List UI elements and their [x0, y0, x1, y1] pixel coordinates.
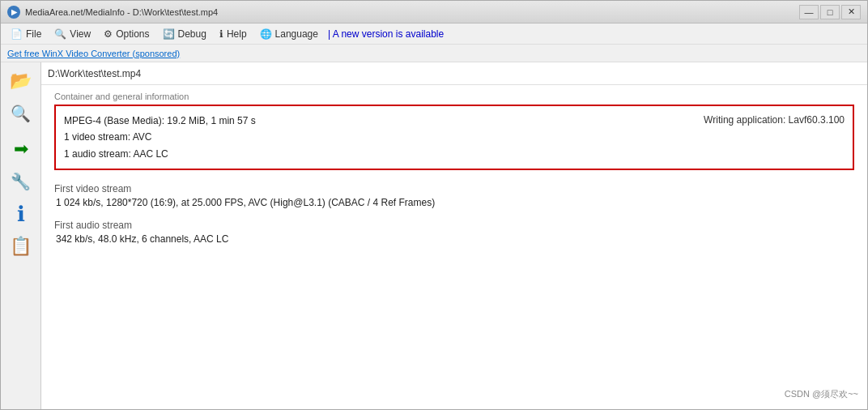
menu-file-label: File — [26, 28, 41, 40]
sponsored-bar: Get free WinX Video Converter (sponsored… — [1, 45, 867, 62]
menu-options-label: Options — [116, 28, 149, 40]
view-icon: 🔍 — [54, 28, 66, 40]
menu-help-label: Help — [227, 28, 247, 40]
container-info-row: MPEG-4 (Base Media): 19.2 MiB, 1 min 57 … — [64, 113, 845, 162]
help-icon: ℹ — [219, 28, 223, 40]
content-area: D:\Work\test\test.mp4 Container and gene… — [41, 62, 867, 409]
new-version-notice[interactable]: | A new version is available — [328, 28, 444, 40]
container-line1: MPEG-4 (Base Media): 19.2 MiB, 1 min 57 … — [64, 113, 256, 129]
search-button[interactable]: 🔍 — [5, 98, 37, 129]
container-info-left: MPEG-4 (Base Media): 19.2 MiB, 1 min 57 … — [64, 113, 256, 162]
path-bar: D:\Work\test\test.mp4 — [41, 62, 867, 85]
menu-view[interactable]: 🔍 View — [48, 23, 97, 44]
writing-app: Writing application: Lavf60.3.100 — [704, 113, 845, 126]
options-icon: ⚙ — [104, 28, 113, 40]
window-controls: — □ ✕ — [799, 5, 861, 19]
maximize-button[interactable]: □ — [820, 5, 840, 19]
audio-stream-label: First audio stream — [54, 220, 854, 231]
audio-stream-section: First audio stream 342 kb/s, 48.0 kHz, 6… — [54, 220, 854, 245]
export-icon: ➡ — [14, 139, 28, 160]
menu-file[interactable]: 📄 File — [4, 23, 48, 44]
audio-stream-value: 342 kb/s, 48.0 kHz, 6 channels, AAC LC — [54, 233, 854, 245]
window-title: MediaArea.net/MediaInfo - D:\Work\test\t… — [25, 7, 218, 17]
main-area: 📂 🔍 ➡ 🔧 ℹ 📋 D:\Work\test\test.mp4 — [1, 62, 867, 409]
file-path: D:\Work\test\test.mp4 — [48, 68, 141, 79]
menu-view-label: View — [70, 28, 91, 40]
info-content: Container and general information MPEG-4… — [41, 85, 867, 263]
left-toolbar: 📂 🔍 ➡ 🔧 ℹ 📋 — [1, 62, 41, 409]
video-stream-label: First video stream — [54, 183, 854, 194]
app-icon: ▶ — [7, 6, 20, 19]
menu-options[interactable]: ⚙ Options — [97, 23, 155, 44]
info-button[interactable]: ℹ — [5, 199, 37, 229]
close-button[interactable]: ✕ — [841, 5, 861, 19]
search-icon: 🔍 — [11, 104, 31, 123]
menu-debug[interactable]: 🔄 Debug — [156, 23, 213, 44]
video-stream-section: First video stream 1 024 kb/s, 1280*720 … — [54, 183, 854, 208]
docs-icon: 📋 — [10, 236, 32, 257]
debug-icon: 🔄 — [163, 28, 175, 40]
language-icon: 🌐 — [260, 28, 272, 40]
menu-bar: 📄 File 🔍 View ⚙ Options 🔄 Debug ℹ Help 🌐… — [1, 23, 867, 45]
settings-button[interactable]: 🔧 — [5, 166, 37, 197]
settings-icon: 🔧 — [11, 172, 31, 191]
video-stream-value: 1 024 kb/s, 1280*720 (16:9), at 25.000 F… — [54, 197, 854, 208]
container-info-box: MPEG-4 (Base Media): 19.2 MiB, 1 min 57 … — [54, 105, 854, 170]
main-window: ▶ MediaArea.net/MediaInfo - D:\Work\test… — [0, 0, 868, 410]
container-line2: 1 video stream: AVC — [64, 129, 256, 145]
menu-language[interactable]: 🌐 Language — [253, 23, 325, 44]
container-label: Container and general information — [54, 92, 854, 101]
menu-language-label: Language — [275, 28, 318, 40]
docs-button[interactable]: 📋 — [5, 231, 37, 262]
menu-debug-label: Debug — [178, 28, 206, 40]
file-icon: 📄 — [11, 28, 23, 40]
open-folder-button[interactable]: 📂 — [5, 66, 37, 96]
open-folder-icon: 📂 — [10, 70, 32, 92]
export-button[interactable]: ➡ — [5, 134, 37, 164]
minimize-button[interactable]: — — [799, 5, 819, 19]
container-line3: 1 audio stream: AAC LC — [64, 146, 256, 162]
title-bar-left: ▶ MediaArea.net/MediaInfo - D:\Work\test… — [7, 6, 218, 19]
title-bar: ▶ MediaArea.net/MediaInfo - D:\Work\test… — [1, 1, 867, 23]
watermark: CSDN @须尽欢~~ — [785, 388, 858, 400]
info-icon: ℹ — [17, 202, 25, 227]
sponsored-link[interactable]: Get free WinX Video Converter (sponsored… — [7, 49, 180, 58]
menu-help[interactable]: ℹ Help — [213, 23, 253, 44]
